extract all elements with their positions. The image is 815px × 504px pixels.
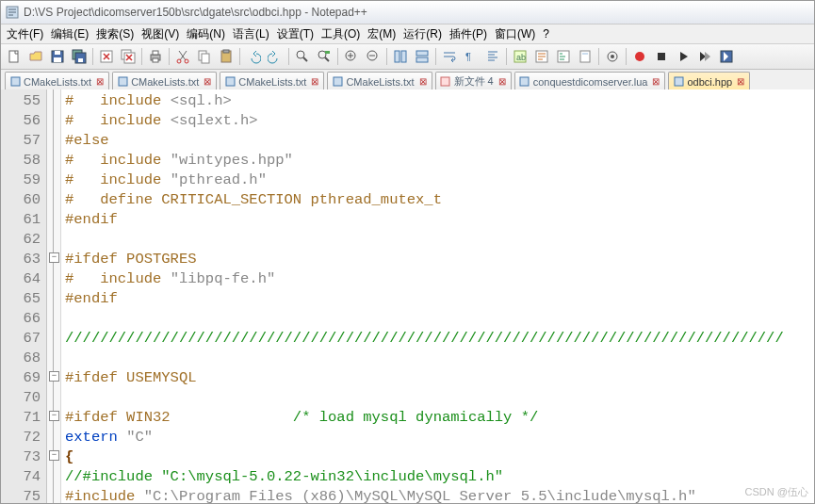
file-icon (332, 76, 343, 88)
print-icon[interactable] (145, 46, 166, 67)
svg-point-37 (611, 55, 614, 58)
wordwrap-icon[interactable] (439, 46, 460, 67)
stop-icon[interactable] (651, 46, 672, 67)
file-icon (440, 76, 451, 88)
svg-point-21 (318, 51, 326, 58)
save-macro-icon[interactable] (716, 46, 737, 67)
menu-language[interactable]: 语言(L) (229, 26, 273, 42)
monitor-icon[interactable] (602, 46, 623, 67)
cut-icon[interactable] (172, 46, 193, 67)
copy-icon[interactable] (194, 46, 215, 67)
play-icon[interactable] (673, 46, 693, 67)
tab-close-icon[interactable]: ⊠ (203, 77, 212, 87)
svg-rect-44 (334, 77, 342, 86)
tab-close-icon[interactable]: ⊠ (651, 77, 660, 87)
show-all-chars-icon[interactable]: ¶ (461, 46, 481, 67)
menu-view[interactable]: 视图(V) (138, 26, 183, 42)
svg-rect-27 (416, 51, 428, 56)
tab-odbci[interactable]: odbci.hpp⊠ (668, 72, 750, 90)
menu-window[interactable]: 窗口(W) (491, 26, 539, 42)
tab-close-icon[interactable]: ⊠ (418, 77, 428, 87)
line-number-gutter: 5556575859606162636465666768697071727374… (1, 89, 47, 503)
menu-edit[interactable]: 编辑(E) (47, 26, 92, 42)
fold-marker-icon[interactable]: − (49, 252, 59, 263)
svg-rect-7 (78, 58, 83, 62)
menu-file[interactable]: 文件(F) (3, 26, 47, 42)
watermark: CSDN @伍心 (745, 485, 808, 499)
svg-point-38 (635, 52, 644, 61)
save-all-icon[interactable] (69, 46, 90, 67)
menu-search[interactable]: 搜索(S) (92, 26, 138, 42)
svg-rect-41 (11, 77, 20, 86)
tab-close-icon[interactable]: ⊠ (497, 77, 507, 87)
menubar: 文件(F) 编辑(E) 搜索(S) 视图(V) 编码(N) 语言(L) 设置(T… (1, 24, 814, 44)
zoom-out-icon[interactable] (363, 46, 383, 67)
svg-rect-35 (582, 53, 588, 55)
doc-map-icon[interactable] (575, 46, 595, 67)
tab-close-icon[interactable]: ⊠ (736, 77, 745, 87)
new-file-icon[interactable] (4, 46, 24, 67)
close-icon[interactable] (96, 46, 117, 67)
tab-cmakelists-3[interactable]: CMakeLists.txt⊠ (220, 72, 324, 90)
record-icon[interactable] (629, 46, 650, 67)
tab-cmakelists-1[interactable]: CMakeLists.txt⊠ (5, 72, 109, 90)
file-icon (673, 76, 684, 88)
svg-rect-25 (395, 51, 399, 62)
titlebar: D:\VS Project\dicomserver150b\src\dgate\… (1, 1, 814, 24)
tab-close-icon[interactable]: ⊠ (95, 77, 105, 87)
menu-help[interactable]: ? (539, 27, 553, 41)
fold-gutter[interactable]: − − − − (47, 89, 61, 503)
file-icon (117, 76, 128, 88)
find-icon[interactable] (292, 46, 313, 67)
open-file-icon[interactable] (25, 46, 46, 67)
menu-macro[interactable]: 宏(M) (364, 26, 399, 42)
svg-rect-42 (119, 77, 127, 86)
lang-icon[interactable]: ab (510, 46, 530, 67)
paste-icon[interactable] (216, 46, 236, 67)
menu-tools[interactable]: 工具(O) (318, 26, 364, 42)
sync-h-icon[interactable] (412, 46, 432, 67)
menu-encoding[interactable]: 编码(N) (183, 26, 229, 42)
svg-rect-39 (658, 53, 665, 60)
svg-rect-26 (401, 51, 406, 62)
svg-rect-19 (223, 50, 229, 53)
folder-tree-icon[interactable] (553, 46, 574, 67)
svg-point-15 (185, 59, 188, 63)
svg-rect-28 (416, 57, 428, 62)
fold-marker-icon[interactable]: − (49, 450, 59, 461)
file-icon (224, 76, 236, 88)
sync-v-icon[interactable] (390, 46, 411, 67)
fold-marker-icon[interactable]: − (49, 411, 59, 421)
tab-cmakelists-2[interactable]: CMakeLists.txt⊠ (112, 72, 217, 90)
play-multi-icon[interactable] (694, 46, 715, 67)
code-area[interactable]: # include <sql.h> # include <sqlext.h> #… (61, 89, 814, 503)
fold-marker-icon[interactable]: − (49, 371, 59, 382)
svg-text:ab: ab (516, 53, 526, 62)
svg-rect-17 (202, 54, 209, 63)
editor[interactable]: 5556575859606162636465666768697071727374… (1, 89, 814, 503)
svg-rect-43 (226, 77, 235, 86)
menu-plugins[interactable]: 插件(P) (446, 26, 491, 42)
menu-settings[interactable]: 设置(T) (273, 26, 318, 42)
svg-rect-3 (55, 51, 60, 55)
menu-run[interactable]: 运行(R) (399, 26, 446, 42)
tab-newfile[interactable]: 新文件 4⊠ (435, 72, 512, 90)
tab-lua[interactable]: conquestdicomserver.lua⊠ (514, 72, 666, 90)
undo-icon[interactable] (243, 46, 264, 67)
zoom-in-icon[interactable] (341, 46, 362, 67)
svg-rect-12 (153, 51, 158, 55)
svg-rect-22 (325, 51, 330, 54)
svg-rect-34 (580, 51, 590, 62)
tab-close-icon[interactable]: ⊠ (310, 77, 319, 87)
func-list-icon[interactable] (531, 46, 552, 67)
file-icon (519, 76, 530, 88)
close-all-icon[interactable] (118, 46, 139, 67)
indent-guide-icon[interactable] (482, 46, 503, 67)
replace-icon[interactable] (314, 46, 334, 67)
toolbar: ¶ ab (1, 44, 814, 70)
redo-icon[interactable] (265, 46, 285, 67)
save-icon[interactable] (47, 46, 68, 67)
window-title: D:\VS Project\dicomserver150b\src\dgate\… (24, 6, 367, 19)
tab-cmakelists-4[interactable]: CMakeLists.txt⊠ (327, 72, 432, 90)
svg-text:¶: ¶ (465, 51, 471, 62)
